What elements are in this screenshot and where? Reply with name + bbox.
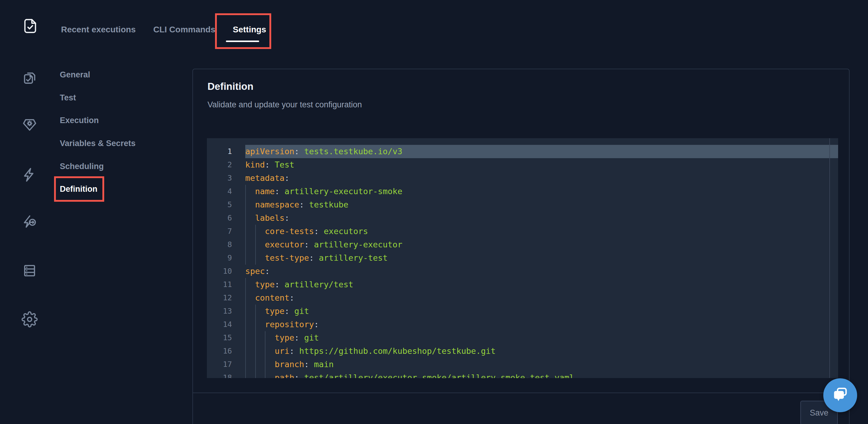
yaml-value: Test [270, 160, 294, 169]
submenu-item-general[interactable]: General [60, 69, 90, 81]
yaml-key: type [275, 333, 294, 342]
code-line-content: branch: main [245, 358, 838, 371]
indent-guide [245, 211, 246, 225]
yaml-value: tests.testkube.io/v3 [299, 147, 402, 156]
line-number: 15 [207, 331, 245, 344]
code-line[interactable]: 4 name: artillery-executor-smoke [207, 185, 838, 198]
line-number: 6 [207, 211, 245, 225]
code-line[interactable]: 2kind: Test [207, 158, 838, 171]
line-number: 1 [207, 145, 245, 158]
code-line-content: spec: [245, 265, 838, 278]
code-lines: 1apiVersion: tests.testkube.io/v32kind: … [207, 145, 838, 378]
code-line-content: name: artillery-executor-smoke [245, 185, 838, 198]
line-number: 16 [207, 344, 245, 358]
testkube-test-logo-icon[interactable] [21, 17, 39, 38]
code-line[interactable]: 5 namespace: testkube [207, 198, 838, 211]
triggers-icon[interactable] [21, 166, 39, 184]
code-line[interactable]: 8 executor: artillery-executor [207, 238, 838, 251]
executors-icon[interactable] [21, 115, 39, 134]
code-line[interactable]: 14 repository: [207, 318, 838, 331]
code-line[interactable]: 1apiVersion: tests.testkube.io/v3 [207, 145, 838, 158]
line-number: 13 [207, 305, 245, 318]
code-line-content: content: [245, 291, 838, 305]
tab-cli-commands[interactable]: CLI Commands [153, 22, 215, 37]
submenu-item-test[interactable]: Test [60, 92, 76, 104]
indent-guide [255, 318, 256, 331]
yaml-value: test/artillery/executor-smoke/artillery-… [299, 373, 574, 378]
indent-guide [245, 185, 246, 198]
indent-guide [245, 251, 246, 265]
indent-guide [265, 331, 266, 344]
code-line[interactable]: 9 test-type: artillery-test [207, 251, 838, 265]
code-line[interactable]: 18 path: test/artillery/executor-smoke/a… [207, 371, 838, 378]
chat-widget-button[interactable] [823, 378, 857, 412]
yaml-value: testkube [304, 200, 348, 209]
editor-overview-ruler[interactable] [829, 138, 830, 378]
line-number: 14 [207, 318, 245, 331]
line-number: 4 [207, 185, 245, 198]
yaml-key: apiVersion [245, 147, 294, 156]
code-line[interactable]: 13 type: git [207, 305, 838, 318]
code-line-content: type: artillery/test [245, 278, 838, 291]
indent-guide [255, 344, 256, 358]
yaml-key: executor [265, 240, 304, 249]
submenu-item-scheduling[interactable]: Scheduling [60, 160, 104, 172]
indent-guide [265, 358, 266, 371]
indent-guide [245, 198, 246, 211]
code-line-content: metadata: [245, 171, 838, 185]
panel-title: Definition [208, 81, 253, 92]
yaml-key: path [275, 373, 294, 378]
yaml-editor[interactable]: 1apiVersion: tests.testkube.io/v32kind: … [207, 138, 838, 378]
code-line[interactable]: 10spec: [207, 265, 838, 278]
indent-guide [245, 371, 246, 378]
code-line[interactable]: 11 type: artillery/test [207, 278, 838, 291]
yaml-value: artillery-test [314, 253, 388, 262]
submenu-item-execution[interactable]: Execution [60, 114, 99, 126]
indent-guide [245, 358, 246, 371]
indent-guide [255, 238, 256, 251]
code-line-content: type: git [245, 305, 838, 318]
indent-guide [245, 291, 246, 305]
code-line[interactable]: 6 labels: [207, 211, 838, 225]
yaml-value: artillery/test [280, 280, 353, 289]
indent-guide [255, 225, 256, 238]
annotation-box-settings [215, 13, 271, 49]
line-number: 9 [207, 251, 245, 265]
indent-guide [255, 251, 256, 265]
code-line-content: core-tests: executors [245, 225, 838, 238]
line-number: 17 [207, 358, 245, 371]
submenu-item-variables-secrets[interactable]: Variables & Secrets [60, 137, 135, 149]
code-line[interactable]: 12 content: [207, 291, 838, 305]
indent-guide [245, 278, 246, 291]
panel-subtitle: Validate and update your test configurat… [208, 100, 362, 110]
yaml-key: spec [245, 266, 265, 276]
yaml-key: name [255, 187, 275, 196]
indent-guide [245, 305, 246, 318]
settings-icon[interactable] [21, 310, 39, 329]
code-line[interactable]: 7 core-tests: executors [207, 225, 838, 238]
yaml-key: labels [255, 213, 285, 223]
indent-guide [255, 305, 256, 318]
code-line[interactable]: 3metadata: [207, 171, 838, 185]
yaml-key: branch [275, 360, 304, 369]
code-line[interactable]: 17 branch: main [207, 358, 838, 371]
definition-panel: Definition Validate and update your test… [192, 69, 849, 424]
line-number: 3 [207, 171, 245, 185]
tests-icon[interactable] [21, 69, 39, 87]
code-line-content: kind: Test [245, 158, 838, 171]
tab-recent-executions[interactable]: Recent executions [61, 22, 135, 37]
line-number: 2 [207, 158, 245, 171]
indent-guide [245, 318, 246, 331]
code-line[interactable]: 16 uri: https://github.com/kubeshop/test… [207, 344, 838, 358]
code-line[interactable]: 15 type: git [207, 331, 838, 344]
indent-guide [265, 344, 266, 358]
yaml-value: git [299, 333, 319, 342]
sources-icon[interactable] [21, 262, 39, 280]
yaml-key: content [255, 293, 290, 303]
indent-guide [245, 225, 246, 238]
yaml-key: namespace [255, 200, 299, 209]
footer-divider [193, 393, 849, 393]
webhooks-icon[interactable] [21, 213, 39, 231]
yaml-key: type [265, 306, 284, 316]
code-line-content: test-type: artillery-test [245, 251, 838, 265]
